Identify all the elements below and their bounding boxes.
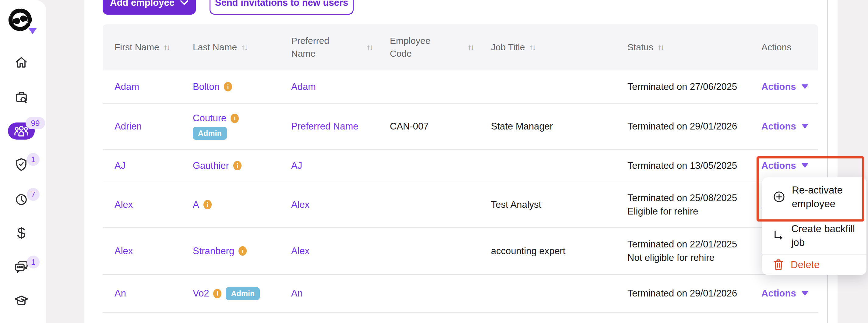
- actions-button[interactable]: Actions: [762, 288, 808, 299]
- table-row: AJ Gauthieri AJ Terminated on 13/05/2025…: [103, 150, 818, 182]
- actions-button-open[interactable]: Actions: [762, 160, 808, 171]
- job-title-cell: [491, 275, 627, 312]
- sidebar-item-home[interactable]: [13, 55, 29, 70]
- job-title-cell: Test Analyst: [491, 182, 627, 227]
- last-name-link[interactable]: A: [193, 199, 199, 210]
- employee-code-cell: [390, 150, 491, 182]
- last-name-link[interactable]: Vo2: [193, 288, 209, 299]
- job-title-cell: accounting expert: [491, 228, 627, 274]
- add-employee-label: Add employee: [110, 0, 175, 8]
- corner-arrow-icon: [772, 229, 785, 242]
- actions-dropdown-menu: Re-activate employee Create backfill job…: [762, 177, 866, 275]
- table-row: An Vo2 i Admin An Terminated on 29/01/20…: [103, 275, 818, 313]
- column-header-last-name[interactable]: Last Name ↑↓: [193, 24, 291, 70]
- graduation-cap-icon: [13, 294, 29, 309]
- job-title-cell: [491, 150, 627, 182]
- caret-down-icon: [802, 124, 808, 128]
- employee-code-cell: [390, 182, 491, 227]
- status-cell: Terminated on 22/01/2025 Not eligible fo…: [627, 238, 737, 264]
- preferred-name-link[interactable]: Preferred Name: [291, 121, 359, 132]
- first-name-link[interactable]: Adam: [115, 81, 139, 92]
- preferred-name-link[interactable]: Adam: [291, 81, 316, 92]
- add-employee-button[interactable]: Add employee: [103, 0, 196, 14]
- preferred-name-link[interactable]: AJ: [291, 160, 302, 171]
- caret-down-icon: [802, 291, 808, 296]
- employee-code-cell: [390, 228, 491, 274]
- sidebar-item-jobs[interactable]: [13, 90, 29, 106]
- logo-menu-caret-icon[interactable]: [29, 28, 36, 34]
- actions-button[interactable]: Actions: [762, 81, 808, 92]
- last-name-link[interactable]: Couture: [193, 113, 226, 124]
- app-screen: 99 1 7 $ 1: [0, 0, 868, 323]
- menu-item-reactivate-employee[interactable]: Re-activate employee: [762, 177, 866, 216]
- admin-badge: Admin: [193, 127, 227, 140]
- info-icon[interactable]: i: [239, 246, 247, 256]
- caret-down-icon: [802, 163, 808, 168]
- last-name-link[interactable]: Gauthier: [193, 160, 229, 171]
- column-header-preferred-name[interactable]: Preferred Name ↑↓: [291, 24, 390, 70]
- first-name-link[interactable]: Adrien: [115, 121, 142, 132]
- status-cell: Terminated on 27/06/2025: [627, 70, 762, 103]
- column-header-job-title[interactable]: Job Title ↑↓: [491, 24, 627, 70]
- first-name-link[interactable]: Alex: [115, 199, 133, 210]
- approvals-count-badge: 1: [27, 153, 40, 166]
- sort-icon[interactable]: ↑↓: [657, 41, 663, 54]
- home-icon: [14, 55, 28, 69]
- circle-plus-icon: [772, 190, 786, 204]
- menu-item-create-backfill-job[interactable]: Create backfill job: [762, 216, 866, 255]
- table-header-row: First Name ↑↓ Last Name ↑↓ Preferred Nam…: [103, 24, 818, 70]
- column-header-first-name[interactable]: First Name ↑↓: [103, 24, 193, 70]
- messages-count-badge: 1: [27, 256, 40, 268]
- status-cell: Terminated on 29/01/2026: [627, 275, 762, 312]
- sort-icon[interactable]: ↑↓: [241, 41, 247, 54]
- info-icon[interactable]: i: [213, 289, 221, 298]
- employee-code-cell: CAN-007: [390, 104, 491, 149]
- info-icon[interactable]: i: [230, 114, 239, 123]
- info-icon[interactable]: i: [224, 82, 232, 91]
- menu-item-delete[interactable]: Delete: [762, 255, 866, 274]
- sort-icon[interactable]: ↑↓: [366, 41, 372, 54]
- first-name-link[interactable]: An: [115, 288, 126, 299]
- table-row: Adam Boltoni Adam Terminated on 27/06/20…: [103, 70, 818, 104]
- clock-icon: [14, 193, 28, 207]
- last-name-link[interactable]: Bolton: [193, 81, 220, 92]
- preferred-name-link[interactable]: An: [291, 288, 303, 299]
- sort-icon[interactable]: ↑↓: [163, 41, 169, 54]
- status-cell: Terminated on 29/01/2026: [627, 104, 762, 149]
- column-header-employee-code[interactable]: Employee Code ↑↓: [390, 24, 491, 70]
- time-count-badge: 7: [27, 188, 40, 201]
- sidebar: 99 1 7 $ 1: [0, 0, 46, 323]
- table-row: Adrien Couturei Admin Preferred Name CAN…: [103, 104, 818, 150]
- status-cell: Terminated on 25/08/2025 Eligible for re…: [627, 192, 737, 218]
- sort-icon[interactable]: ↑↓: [467, 41, 473, 54]
- status-cell: Terminated on 13/05/2025: [627, 150, 762, 182]
- column-header-status[interactable]: Status ↑↓: [627, 24, 762, 70]
- info-icon[interactable]: i: [204, 200, 212, 209]
- table-row: Alex Ai Alex Test Analyst Terminated on …: [103, 182, 818, 228]
- job-title-cell: State Manager: [491, 104, 627, 149]
- sort-icon[interactable]: ↑↓: [529, 41, 535, 54]
- preferred-name-link[interactable]: Alex: [291, 199, 309, 210]
- table-row: Alex Stranbergi Alex accounting expert T…: [103, 228, 818, 275]
- actions-button[interactable]: Actions: [762, 121, 808, 132]
- trash-icon: [772, 258, 784, 271]
- dollar-icon: $: [17, 224, 26, 242]
- employee-code-cell: [390, 70, 491, 103]
- chevron-down-icon: [180, 0, 188, 5]
- employee-code-cell: [390, 275, 491, 312]
- send-invitations-label: Send invitations to new users: [215, 0, 348, 8]
- admin-badge: Admin: [226, 287, 260, 300]
- first-name-link[interactable]: AJ: [115, 160, 125, 171]
- preferred-name-link[interactable]: Alex: [291, 245, 309, 257]
- job-title-cell: [491, 70, 627, 103]
- sidebar-item-pay[interactable]: $: [13, 225, 29, 241]
- send-invitations-button[interactable]: Send invitations to new users: [210, 0, 353, 14]
- last-name-link[interactable]: Stranberg: [193, 245, 234, 257]
- column-header-actions: Actions: [762, 24, 818, 70]
- sidebar-item-learning[interactable]: [13, 293, 29, 309]
- first-name-link[interactable]: Alex: [115, 245, 133, 257]
- shield-check-icon: [14, 157, 28, 172]
- caret-down-icon: [802, 84, 808, 89]
- info-icon[interactable]: i: [233, 161, 242, 170]
- briefcase-search-icon: [14, 90, 29, 105]
